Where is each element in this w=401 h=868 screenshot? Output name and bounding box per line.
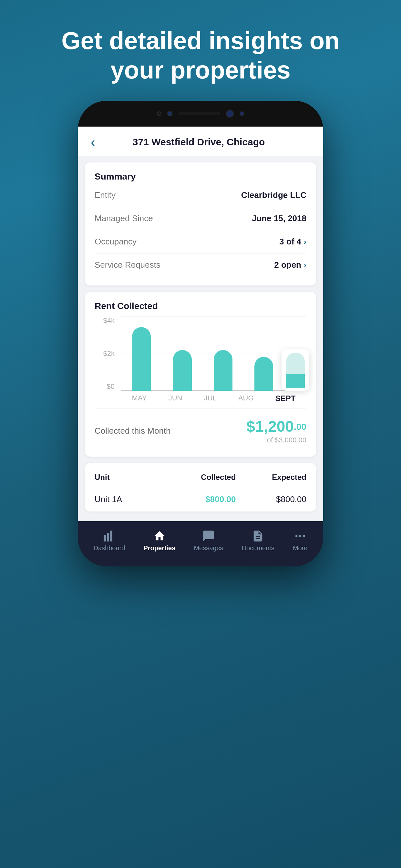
nav-item-documents[interactable]: Documents — [237, 526, 280, 555]
dashboard-icon — [103, 530, 116, 542]
td-unit: Unit 1A — [95, 494, 165, 504]
hero-text: Get detailed insights on your properties — [0, 0, 401, 101]
svg-point-5 — [303, 535, 305, 537]
service-key: Service Requests — [95, 260, 160, 270]
summary-row-entity: Entity Clearbridge LLC — [95, 184, 306, 207]
nav-label-messages: Messages — [194, 545, 223, 552]
messages-icon — [202, 530, 215, 542]
y-label-4k: $4k — [95, 316, 118, 325]
svg-point-3 — [296, 535, 298, 537]
service-value: 2 open › — [274, 260, 306, 270]
table-header: Unit Collected Expected — [95, 469, 306, 487]
summary-row-service[interactable]: Service Requests 2 open › — [95, 253, 306, 276]
svg-rect-0 — [104, 535, 106, 541]
rent-label: Rent Collected — [95, 301, 306, 311]
managed-key: Managed Since — [95, 213, 153, 223]
svg-rect-1 — [107, 533, 110, 541]
bar-may[interactable] — [132, 316, 151, 391]
y-label-2k: $2k — [95, 349, 118, 358]
phone-screen: ‹ 371 Westfield Drive, Chicago Summary E… — [78, 127, 323, 521]
th-expected: Expected — [236, 473, 306, 482]
collected-cents: .00 — [294, 422, 306, 432]
nav-item-more[interactable]: More — [288, 526, 313, 555]
td-collected: $800.00 — [165, 494, 236, 504]
occupancy-key: Occupancy — [95, 237, 136, 247]
collected-main: $1,200 — [246, 418, 294, 435]
summary-label: Summary — [95, 172, 306, 182]
page-title: 371 Westfield Drive, Chicago — [100, 136, 297, 148]
bar-aug[interactable] — [254, 316, 273, 391]
nav-item-properties[interactable]: Properties — [138, 526, 181, 555]
collected-amount-block: $1,200.00 of $3,000.00 — [246, 417, 306, 444]
table-row: Unit 1A $800.00 $800.00 — [95, 487, 306, 512]
entity-key: Entity — [95, 190, 116, 200]
phone-top-bar — [78, 101, 323, 127]
chart-x-labels: MAY JUN JUL AUG SEPT — [121, 394, 306, 403]
rent-chart: $4k $2k $0 — [95, 316, 306, 404]
bar-jun[interactable] — [173, 316, 192, 391]
collected-label: Collected this Month — [95, 426, 171, 436]
entity-value: Clearbridge LLC — [241, 190, 306, 200]
td-expected: $800.00 — [236, 494, 306, 504]
collected-of: of $3,000.00 — [246, 436, 306, 444]
th-unit: Unit — [95, 473, 165, 482]
nav-label-documents: Documents — [242, 545, 274, 552]
managed-value: June 15, 2018 — [252, 213, 306, 223]
y-label-0: $0 — [95, 382, 118, 391]
more-icon — [294, 530, 307, 542]
back-button[interactable]: ‹ — [91, 135, 95, 149]
nav-label-dashboard: Dashboard — [94, 545, 125, 552]
occupancy-value: 3 of 4 › — [279, 237, 306, 247]
summary-row-managed: Managed Since June 15, 2018 — [95, 207, 306, 230]
properties-icon — [153, 530, 166, 542]
summary-row-occupancy[interactable]: Occupancy 3 of 4 › — [95, 230, 306, 253]
bottom-nav: Dashboard Properties Messages Documents — [78, 521, 323, 566]
th-collected: Collected — [165, 473, 236, 482]
chart-bars — [121, 316, 306, 391]
summary-section: Summary Entity Clearbridge LLC Managed S… — [85, 162, 316, 285]
svg-point-4 — [299, 535, 301, 537]
collected-row: Collected this Month $1,200.00 of $3,000… — [95, 408, 306, 447]
phone-device: ‹ 371 Westfield Drive, Chicago Summary E… — [78, 101, 323, 566]
nav-label-properties: Properties — [143, 545, 175, 552]
unit-table: Unit Collected Expected Unit 1A $800.00 … — [85, 463, 316, 512]
nav-item-dashboard[interactable]: Dashboard — [89, 526, 130, 555]
svg-rect-2 — [111, 531, 113, 541]
screen-header: ‹ 371 Westfield Drive, Chicago — [78, 127, 323, 156]
nav-item-messages[interactable]: Messages — [189, 526, 228, 555]
bar-jul[interactable] — [214, 316, 233, 391]
rent-section: Rent Collected $4k $2k $0 — [85, 292, 316, 457]
nav-label-more: More — [293, 545, 308, 552]
documents-icon — [251, 530, 265, 542]
